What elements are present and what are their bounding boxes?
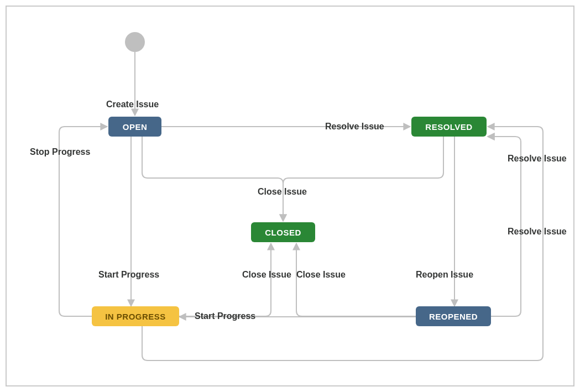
start-node bbox=[125, 32, 145, 52]
label-close-issue-right: Close Issue bbox=[296, 270, 346, 280]
label-resolve-issue-2: Resolve Issue bbox=[508, 154, 567, 164]
state-closed: CLOSED bbox=[251, 222, 315, 242]
label-create-issue: Create Issue bbox=[106, 100, 159, 109]
edge-close-issue-open bbox=[142, 137, 283, 221]
label-start-progress-l: Start Progress bbox=[98, 270, 159, 280]
edge-close-issue-resolved bbox=[283, 137, 443, 221]
state-reopened: REOPENED bbox=[416, 306, 491, 326]
workflow-diagram: OPEN RESOLVED CLOSED IN PROGRESS REOPENE… bbox=[7, 7, 573, 385]
label-resolve-issue-1: Resolve Issue bbox=[325, 122, 384, 132]
state-resolved: RESOLVED bbox=[411, 117, 487, 137]
label-close-issue-top: Close Issue bbox=[258, 187, 307, 197]
label-resolve-issue-3: Resolve Issue bbox=[508, 227, 567, 237]
label-stop-progress: Stop Progress bbox=[30, 147, 90, 157]
diagram-frame: OPEN RESOLVED CLOSED IN PROGRESS REOPENE… bbox=[6, 6, 574, 386]
edge-close-issue-reopened bbox=[296, 243, 416, 316]
state-inprogress: IN PROGRESS bbox=[92, 306, 179, 326]
label-close-issue-left: Close Issue bbox=[242, 270, 291, 280]
label-start-progress-m: Start Progress bbox=[195, 311, 255, 321]
edge-close-issue-inprogress bbox=[178, 243, 271, 316]
state-open: OPEN bbox=[108, 117, 161, 137]
label-reopen-issue: Reopen Issue bbox=[416, 270, 473, 280]
